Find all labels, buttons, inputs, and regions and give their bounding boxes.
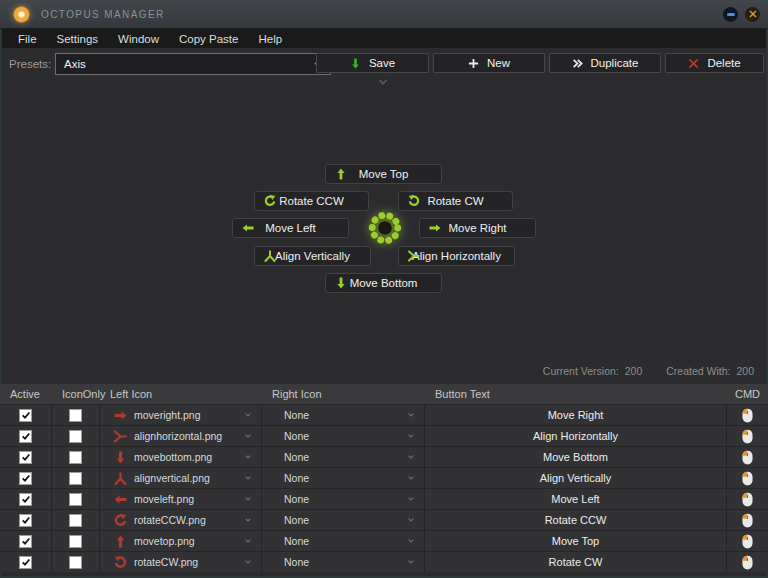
mouse-icon[interactable]: [742, 429, 753, 444]
menu-window[interactable]: Window: [108, 33, 169, 45]
right-icon-dropdown[interactable]: None: [262, 468, 425, 488]
chevron-down-icon: [244, 432, 252, 440]
left-icon-filename: rotateCW.png: [134, 556, 198, 568]
rotate-ccw-button[interactable]: Rotate CCW: [254, 191, 369, 211]
cmd-cell: [727, 447, 768, 467]
table-row: movebottom.png None Move Bottom: [0, 446, 768, 467]
left-icon-glyph: [114, 409, 127, 422]
active-checkbox[interactable]: [19, 451, 32, 464]
active-checkbox[interactable]: [19, 535, 32, 548]
mouse-icon[interactable]: [742, 513, 753, 528]
active-checkbox[interactable]: [19, 493, 32, 506]
delete-button[interactable]: Delete: [665, 53, 764, 73]
collapse-chevron-icon[interactable]: [372, 76, 394, 88]
menu-settings[interactable]: Settings: [47, 33, 109, 45]
chevron-down-icon: [244, 474, 252, 482]
right-icon-dropdown[interactable]: None: [262, 489, 425, 509]
icononly-checkbox[interactable]: [69, 535, 82, 548]
active-checkbox[interactable]: [19, 556, 32, 569]
table-body: moveright.png None Move Right alignhoriz…: [0, 404, 768, 572]
icononly-checkbox[interactable]: [69, 451, 82, 464]
menu-file[interactable]: File: [8, 33, 47, 45]
menu-copy-paste[interactable]: Copy Paste: [169, 33, 248, 45]
button-text-cell[interactable]: Move Bottom: [425, 447, 727, 467]
cmd-cell: [727, 489, 768, 509]
minimize-button[interactable]: [723, 7, 738, 22]
button-text-cell[interactable]: Move Top: [425, 531, 727, 551]
left-icon-dropdown[interactable]: movebottom.png: [100, 447, 262, 467]
rotate-cw-label: Rotate CW: [405, 195, 506, 207]
icononly-checkbox[interactable]: [69, 556, 82, 569]
close-button[interactable]: [745, 7, 760, 22]
arrow-right-icon: [429, 222, 441, 234]
button-text-cell[interactable]: Rotate CW: [425, 552, 727, 572]
cmd-cell: [727, 426, 768, 446]
move-right-button[interactable]: Move Right: [419, 218, 536, 238]
duplicate-button[interactable]: Duplicate: [549, 53, 661, 73]
left-icon-dropdown[interactable]: rotateCCW.png: [100, 510, 262, 530]
button-text-cell[interactable]: Rotate CCW: [425, 510, 727, 530]
new-button[interactable]: New: [433, 53, 545, 73]
align-vertically-button[interactable]: Align Vertically: [254, 246, 371, 266]
left-icon-dropdown[interactable]: alignvertical.png: [100, 468, 262, 488]
align-horizontal-icon: [408, 250, 420, 262]
presets-label: Presets:: [9, 58, 51, 70]
button-text-cell[interactable]: Move Left: [425, 489, 727, 509]
button-text-value: Align Horizontally: [533, 430, 618, 442]
mouse-icon[interactable]: [742, 555, 753, 570]
table-row: alignvertical.png None Align Vertically: [0, 467, 768, 488]
right-icon-value: None: [284, 409, 309, 421]
active-checkbox[interactable]: [19, 430, 32, 443]
preset-select[interactable]: Axis: [55, 53, 331, 75]
move-left-label: Move Left: [239, 222, 342, 234]
move-top-button[interactable]: Move Top: [325, 164, 442, 184]
button-text-cell[interactable]: Align Vertically: [425, 468, 727, 488]
active-checkbox[interactable]: [19, 472, 32, 485]
left-icon-dropdown[interactable]: moveright.png: [100, 405, 262, 425]
right-icon-dropdown[interactable]: None: [262, 426, 425, 446]
icononly-checkbox[interactable]: [69, 472, 82, 485]
active-checkbox[interactable]: [19, 409, 32, 422]
left-icon-dropdown[interactable]: rotateCW.png: [100, 552, 262, 572]
right-icon-dropdown[interactable]: None: [262, 531, 425, 551]
icononly-checkbox[interactable]: [69, 514, 82, 527]
move-bottom-button[interactable]: Move Bottom: [325, 273, 442, 293]
button-text-cell[interactable]: Move Right: [425, 405, 727, 425]
left-icon-dropdown[interactable]: movetop.png: [100, 531, 262, 551]
button-text-value: Rotate CCW: [545, 514, 607, 526]
icononly-checkbox[interactable]: [69, 409, 82, 422]
icononly-checkbox[interactable]: [69, 493, 82, 506]
mouse-icon[interactable]: [742, 471, 753, 486]
left-icon-filename: moveright.png: [134, 409, 201, 421]
chevron-down-icon: [244, 537, 252, 545]
left-icon-glyph: [114, 472, 127, 485]
mouse-icon[interactable]: [742, 408, 753, 423]
mouse-icon[interactable]: [742, 534, 753, 549]
version-status: Current Version: 200 Created With: 200: [543, 365, 754, 377]
active-checkbox[interactable]: [19, 514, 32, 527]
octopus-ring-icon: [364, 207, 406, 249]
col-header-button-text: Button Text: [425, 388, 727, 400]
move-left-button[interactable]: Move Left: [232, 218, 349, 238]
right-icon-dropdown[interactable]: None: [262, 552, 425, 572]
button-text-value: Move Right: [548, 409, 604, 421]
active-cell: [0, 468, 52, 488]
titlebar: OCTOPUS MANAGER: [0, 0, 768, 29]
chevron-down-icon: [407, 558, 415, 566]
rotate-cw-button[interactable]: Rotate CW: [398, 191, 513, 211]
menu-help[interactable]: Help: [248, 33, 292, 45]
mouse-icon[interactable]: [742, 450, 753, 465]
mouse-icon[interactable]: [742, 492, 753, 507]
current-version-label: Current Version:: [543, 365, 619, 377]
button-text-cell[interactable]: Align Horizontally: [425, 426, 727, 446]
arrow-up-icon: [335, 168, 347, 180]
right-icon-dropdown[interactable]: None: [262, 510, 425, 530]
rotate-cw-icon: [408, 195, 420, 207]
align-horizontally-button[interactable]: Align Horizontally: [398, 246, 515, 266]
right-icon-dropdown[interactable]: None: [262, 405, 425, 425]
right-icon-dropdown[interactable]: None: [262, 447, 425, 467]
save-button[interactable]: Save: [316, 53, 429, 73]
left-icon-dropdown[interactable]: moveleft.png: [100, 489, 262, 509]
icononly-checkbox[interactable]: [69, 430, 82, 443]
left-icon-dropdown[interactable]: alignhorizontal.png: [100, 426, 262, 446]
